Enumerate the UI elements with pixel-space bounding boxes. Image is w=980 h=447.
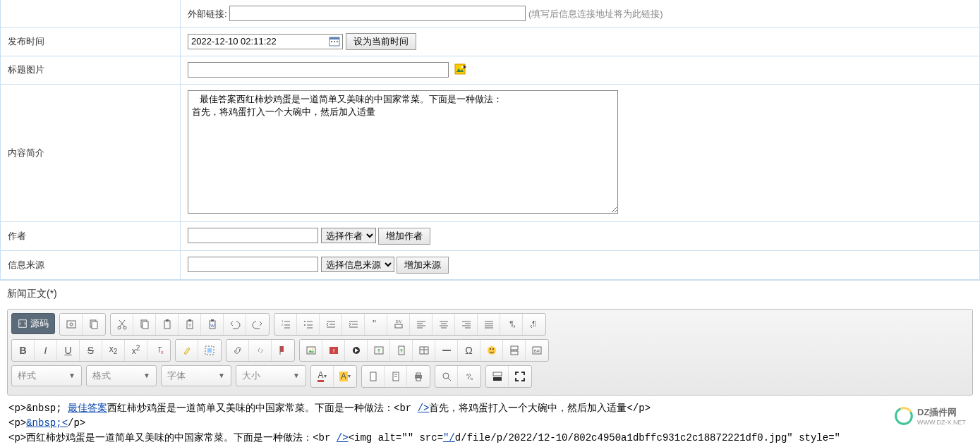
remove-format-icon[interactable]: Tx: [147, 340, 170, 361]
indent-icon[interactable]: [342, 314, 365, 335]
svg-text:W: W: [210, 324, 214, 328]
source-line: <p>&nbsp;</p>: [8, 416, 972, 431]
table-icon[interactable]: [413, 340, 435, 361]
show-blocks-icon[interactable]: [486, 366, 509, 387]
svg-rect-24: [211, 319, 214, 322]
paste-word-icon[interactable]: W: [201, 314, 224, 335]
calendar-icon[interactable]: [329, 36, 340, 47]
svg-point-62: [443, 373, 449, 379]
news-body-title: 新闻正文(*): [0, 280, 980, 305]
redo-icon[interactable]: [246, 314, 269, 335]
maximize-icon[interactable]: [509, 366, 531, 387]
smiley-icon[interactable]: [480, 340, 503, 361]
format-combo[interactable]: 格式▼: [86, 365, 157, 386]
div-icon[interactable]: DIV: [387, 314, 410, 335]
editor-toolbar: 源码 T W 12 " DIV ¶ ¶: [7, 309, 973, 396]
external-link-hint: (填写后信息连接地址将为此链接): [528, 8, 663, 19]
undo-icon[interactable]: [224, 314, 246, 335]
align-left-icon[interactable]: [410, 314, 432, 335]
anchor-icon[interactable]: [272, 340, 294, 361]
cut-icon[interactable]: [111, 314, 133, 335]
svg-point-29: [304, 324, 306, 326]
rtl-icon[interactable]: ¶: [523, 314, 545, 335]
font-combo[interactable]: 字体▼: [161, 365, 231, 386]
add-source-button[interactable]: 增加来源: [397, 257, 449, 274]
svg-rect-13: [92, 322, 97, 329]
svg-text:¶: ¶: [509, 320, 513, 328]
source-input[interactable]: [188, 257, 318, 272]
new-page-icon[interactable]: [362, 366, 385, 387]
svg-rect-60: [416, 373, 421, 375]
style-combo[interactable]: 样式▼: [11, 365, 82, 386]
media-icon[interactable]: [345, 340, 368, 361]
editor-source-area[interactable]: <p>&nbsp; 最佳答案西红柿炒鸡蛋是一道简单又美味的中国家常菜。下面是一种…: [0, 396, 980, 447]
svg-text:": ": [373, 319, 376, 329]
title-image-input[interactable]: [188, 62, 449, 78]
preview-icon[interactable]: [60, 314, 83, 335]
iframe-icon[interactable]: BR: [526, 340, 548, 361]
svg-rect-61: [416, 378, 421, 381]
text-color-icon[interactable]: A▾: [311, 366, 334, 387]
intro-textarea[interactable]: 最佳答案西红柿炒鸡蛋是一道简单又美味的中国家常菜。下面是一种做法： 首先，将鸡蛋…: [188, 90, 618, 214]
hr-icon[interactable]: [435, 340, 458, 361]
blockquote-icon[interactable]: ": [365, 314, 387, 335]
svg-rect-9: [19, 319, 27, 327]
underline-icon[interactable]: U: [57, 340, 80, 361]
outdent-icon[interactable]: [320, 314, 342, 335]
svg-text:b: b: [471, 376, 473, 381]
author-select[interactable]: 选择作者: [321, 228, 376, 243]
align-center-icon[interactable]: [432, 314, 455, 335]
unlink-icon[interactable]: [249, 340, 272, 361]
special-char-icon[interactable]: Ω: [458, 340, 480, 361]
source-select[interactable]: 选择信息来源: [321, 257, 394, 272]
svg-text:¶: ¶: [532, 320, 536, 328]
publish-time-label: 发布时间: [1, 27, 181, 56]
find-icon[interactable]: [435, 366, 458, 387]
image-picker-icon[interactable]: [454, 63, 467, 78]
select-all-icon[interactable]: [198, 340, 221, 361]
subscript-icon[interactable]: x2: [102, 340, 125, 361]
align-justify-icon[interactable]: [478, 314, 500, 335]
paste-text-icon[interactable]: T: [179, 314, 201, 335]
bullet-list-icon[interactable]: [297, 314, 320, 335]
upload-image-icon[interactable]: [368, 340, 390, 361]
strike-icon[interactable]: S: [80, 340, 102, 361]
pagebreak-icon[interactable]: [503, 340, 526, 361]
image-icon[interactable]: [300, 340, 322, 361]
svg-rect-40: [307, 347, 315, 354]
replace-icon[interactable]: ab: [458, 366, 480, 387]
source-line: <p>西红柿炒鸡蛋是一道简单又美味的中国家常菜。下面是一种做法：<br /><i…: [8, 431, 972, 446]
svg-rect-4: [337, 41, 338, 42]
templates-icon[interactable]: [83, 314, 105, 335]
add-author-button[interactable]: 增加作者: [378, 228, 430, 245]
ltr-icon[interactable]: ¶: [500, 314, 523, 335]
source-button[interactable]: 源码: [11, 313, 55, 334]
svg-rect-38: [207, 348, 212, 353]
source-line: <p>&nbsp; 最佳答案西红柿炒鸡蛋是一道简单又美味的中国家常菜。下面是一种…: [8, 401, 972, 416]
svg-point-11: [70, 323, 73, 326]
align-right-icon[interactable]: [455, 314, 478, 335]
paste-icon[interactable]: [156, 314, 179, 335]
copy-icon[interactable]: [133, 314, 156, 335]
publish-time-input[interactable]: [188, 34, 343, 49]
upload-file-icon[interactable]: [390, 340, 413, 361]
doc-props-icon[interactable]: [385, 366, 407, 387]
set-current-time-button[interactable]: 设为当前时间: [346, 33, 416, 50]
superscript-icon[interactable]: x2: [125, 340, 147, 361]
svg-text:DIV: DIV: [395, 319, 401, 324]
external-link-input[interactable]: [229, 6, 526, 21]
bold-icon[interactable]: B: [12, 340, 35, 361]
bg-color-icon[interactable]: A▾: [334, 366, 356, 387]
author-input[interactable]: [188, 228, 318, 243]
italic-icon[interactable]: I: [35, 340, 57, 361]
flash-icon[interactable]: f: [322, 340, 345, 361]
marker-icon[interactable]: [176, 340, 198, 361]
svg-rect-32: [395, 324, 402, 328]
print-icon[interactable]: [407, 366, 430, 387]
external-link-label: 外部链接:: [188, 8, 227, 19]
link-icon[interactable]: [226, 340, 249, 361]
intro-label: 内容简介: [1, 84, 181, 221]
numbered-list-icon[interactable]: 12: [274, 314, 297, 335]
size-combo[interactable]: 大小▼: [236, 365, 306, 386]
svg-rect-53: [511, 346, 518, 350]
